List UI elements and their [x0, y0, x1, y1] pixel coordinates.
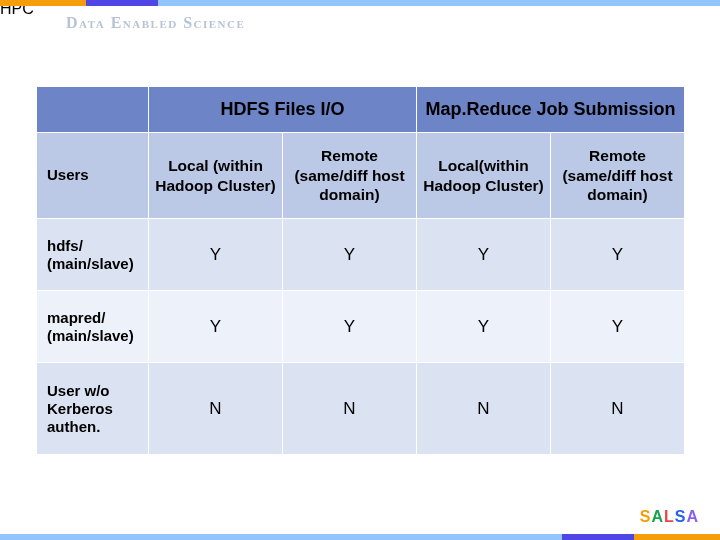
cell: Y	[551, 291, 685, 363]
subheader-2: Local(within Hadoop Cluster)	[417, 133, 551, 219]
table-row: mapred/ (main/slave) Y Y Y Y	[37, 291, 685, 363]
row-label: User w/o Kerberos authen.	[37, 363, 149, 455]
slide: Data Enabled Science HDFS Files I/O Map.…	[0, 0, 720, 540]
subheader-3: Remote (same/diff host domain)	[551, 133, 685, 219]
table-row: User w/o Kerberos authen. N N N N	[37, 363, 685, 455]
logo-letter: S	[675, 508, 686, 526]
cell: Y	[283, 291, 417, 363]
logo-letter: L	[664, 508, 674, 526]
cell: Y	[283, 219, 417, 291]
header-mapreduce: Map.Reduce Job Submission	[417, 87, 685, 133]
table-row: hdfs/ (main/slave) Y Y Y Y	[37, 219, 685, 291]
bottom-accent-bar	[0, 534, 720, 540]
row-label: mapred/ (main/slave)	[37, 291, 149, 363]
cell: Y	[149, 219, 283, 291]
table-header-top: HDFS Files I/O Map.Reduce Job Submission	[37, 87, 685, 133]
cell: Y	[417, 219, 551, 291]
logo-letter: A	[651, 508, 663, 526]
logo-letter: A	[686, 508, 698, 526]
corner-users-label: Users	[37, 133, 149, 219]
cell: Y	[417, 291, 551, 363]
cell: N	[551, 363, 685, 455]
top-accent-bar	[0, 0, 720, 6]
comparison-table: HDFS Files I/O Map.Reduce Job Submission…	[36, 86, 685, 455]
cell: Y	[551, 219, 685, 291]
table-container: HDFS Files I/O Map.Reduce Job Submission…	[36, 86, 684, 455]
logo-letter: S	[640, 508, 651, 526]
cell: N	[149, 363, 283, 455]
row-label: hdfs/ (main/slave)	[37, 219, 149, 291]
subheader-1: Remote (same/diff host domain)	[283, 133, 417, 219]
header-hdfs: HDFS Files I/O	[149, 87, 417, 133]
subheader-0: Local (within Hadoop Cluster)	[149, 133, 283, 219]
cell: Y	[149, 291, 283, 363]
cell: N	[417, 363, 551, 455]
salsa-logo: S A L S A	[640, 508, 698, 526]
cell: N	[283, 363, 417, 455]
header-blank	[37, 87, 149, 133]
brand-text: Data Enabled Science	[66, 14, 245, 32]
table-header-sub: Users Local (within Hadoop Cluster) Remo…	[37, 133, 685, 219]
